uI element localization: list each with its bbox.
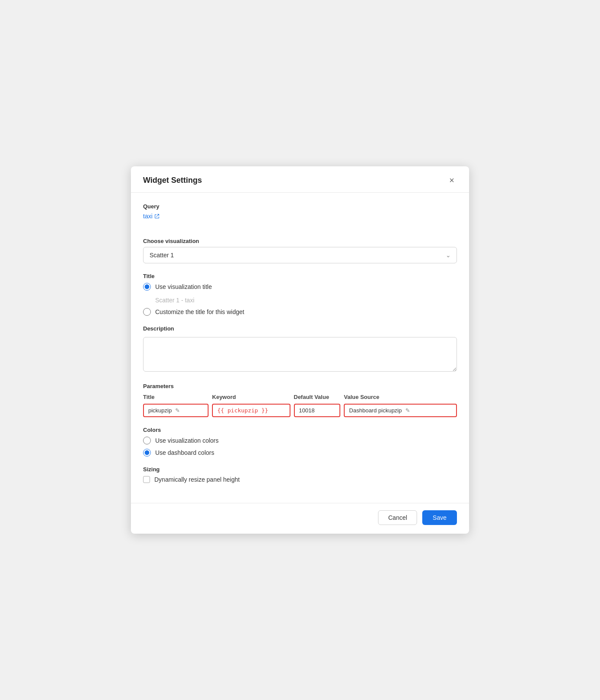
modal-header: Widget Settings × bbox=[131, 166, 469, 193]
param-keyword-cell: {{ pickupzip }} bbox=[212, 404, 293, 417]
use-viz-title-radio[interactable] bbox=[143, 283, 151, 291]
query-link-text: taxi bbox=[143, 213, 153, 220]
use-viz-title-label: Use visualization title bbox=[155, 283, 212, 290]
parameters-section: Parameters Title Keyword Default Value V… bbox=[143, 383, 457, 417]
param-title-inner: pickupzip ✎ bbox=[143, 404, 209, 417]
customize-title-option[interactable]: Customize the title for this widget bbox=[143, 308, 457, 316]
param-keyword-inner: {{ pickupzip }} bbox=[212, 404, 290, 417]
use-dashboard-colors-option[interactable]: Use dashboard colors bbox=[143, 449, 457, 457]
title-section-label: Title bbox=[143, 273, 457, 279]
query-label: Query bbox=[143, 203, 457, 210]
description-textarea[interactable] bbox=[143, 337, 457, 372]
col-header-source: Value Source bbox=[344, 394, 457, 404]
param-default-value: 10018 bbox=[299, 407, 315, 414]
table-row: pickupzip ✎ {{ pickupzip }} 10018 bbox=[143, 404, 457, 417]
param-source-cell: Dashboard pickupzip ✎ bbox=[344, 404, 457, 417]
visualization-select[interactable]: Scatter 1Bar 1Line 1Table 1 bbox=[143, 247, 457, 263]
col-header-default: Default Value bbox=[294, 394, 344, 404]
colors-section: Colors Use visualization colors Use dash… bbox=[143, 427, 457, 457]
dynamic-resize-option[interactable]: Dynamically resize panel height bbox=[143, 476, 457, 483]
dynamic-resize-checkbox[interactable] bbox=[143, 476, 150, 483]
use-viz-colors-radio[interactable] bbox=[143, 437, 151, 444]
visualization-section: Choose visualization Scatter 1Bar 1Line … bbox=[143, 238, 457, 263]
title-radio-group: Use visualization title Scatter 1 - taxi… bbox=[143, 283, 457, 316]
modal-footer: Cancel Save bbox=[131, 503, 469, 534]
parameters-label: Parameters bbox=[143, 383, 457, 389]
sizing-section: Sizing Dynamically resize panel height bbox=[143, 466, 457, 483]
param-default-inner: 10018 bbox=[294, 404, 341, 417]
modal-title: Widget Settings bbox=[143, 176, 202, 185]
param-title-value: pickupzip bbox=[148, 407, 172, 414]
colors-label: Colors bbox=[143, 427, 457, 433]
description-section: Description bbox=[143, 325, 457, 373]
query-section: Query taxi bbox=[143, 203, 457, 228]
save-button[interactable]: Save bbox=[422, 510, 457, 525]
param-source-value: Dashboard pickupzip bbox=[349, 407, 401, 414]
param-keyword-value: {{ pickupzip }} bbox=[217, 407, 268, 414]
external-link-icon bbox=[154, 214, 160, 219]
use-viz-title-option[interactable]: Use visualization title bbox=[143, 283, 457, 291]
sizing-label: Sizing bbox=[143, 466, 457, 473]
param-title-edit-icon[interactable]: ✎ bbox=[175, 407, 180, 414]
param-default-cell: 10018 bbox=[294, 404, 344, 417]
modal-body: Query taxi Choose visualization Scatter … bbox=[131, 193, 469, 503]
query-link[interactable]: taxi bbox=[143, 213, 160, 220]
customize-title-radio[interactable] bbox=[143, 308, 151, 316]
description-label: Description bbox=[143, 325, 457, 332]
title-section: Title Use visualization title Scatter 1 … bbox=[143, 273, 457, 316]
param-source-inner: Dashboard pickupzip ✎ bbox=[344, 404, 457, 417]
visualization-label: Choose visualization bbox=[143, 238, 457, 244]
customize-title-label: Customize the title for this widget bbox=[155, 308, 244, 315]
param-source-edit-icon[interactable]: ✎ bbox=[405, 407, 410, 414]
use-viz-colors-label: Use visualization colors bbox=[155, 437, 218, 444]
param-title-cell: pickupzip ✎ bbox=[143, 404, 212, 417]
dynamic-resize-label: Dynamically resize panel height bbox=[154, 476, 240, 483]
close-button[interactable]: × bbox=[447, 175, 457, 185]
widget-settings-modal: Widget Settings × Query taxi Choose visu… bbox=[131, 166, 469, 534]
use-viz-colors-option[interactable]: Use visualization colors bbox=[143, 437, 457, 444]
use-dashboard-colors-label: Use dashboard colors bbox=[155, 449, 214, 456]
visualization-select-wrapper: Scatter 1Bar 1Line 1Table 1 ⌄ bbox=[143, 247, 457, 263]
viz-title-placeholder: Scatter 1 - taxi bbox=[155, 297, 457, 304]
colors-radio-group: Use visualization colors Use dashboard c… bbox=[143, 437, 457, 457]
parameters-table: Title Keyword Default Value Value Source… bbox=[143, 394, 457, 417]
use-dashboard-colors-radio[interactable] bbox=[143, 449, 151, 457]
col-header-title: Title bbox=[143, 394, 212, 404]
cancel-button[interactable]: Cancel bbox=[378, 510, 417, 525]
col-header-keyword: Keyword bbox=[212, 394, 293, 404]
